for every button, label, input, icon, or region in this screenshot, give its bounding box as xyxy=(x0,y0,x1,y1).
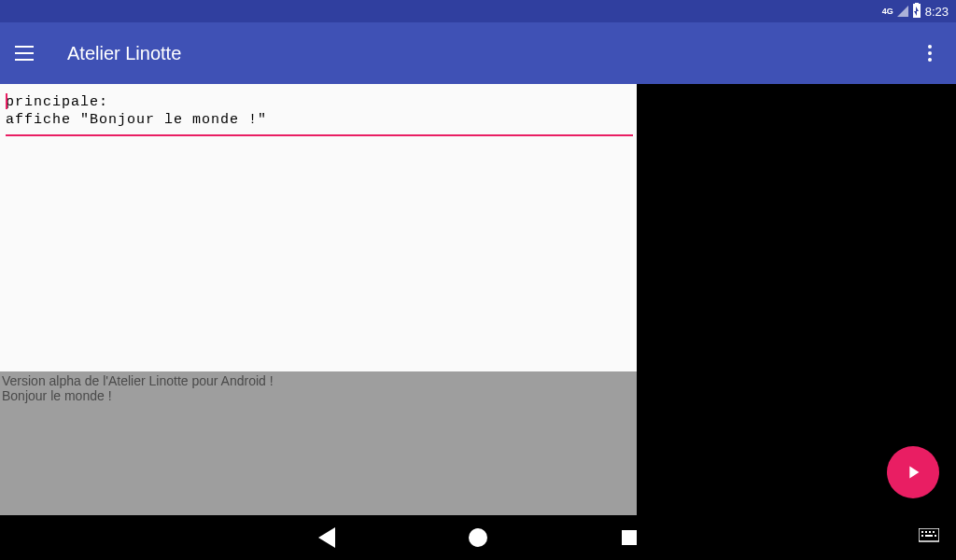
menu-icon[interactable] xyxy=(15,42,37,64)
keyboard-icon xyxy=(919,528,939,543)
svg-rect-2 xyxy=(925,531,927,533)
signal-icon xyxy=(897,6,908,17)
left-pane: principale: affiche "Bonjour le monde !"… xyxy=(0,84,637,515)
text-cursor xyxy=(6,93,7,109)
code-editor[interactable]: principale: affiche "Bonjour le monde !" xyxy=(0,84,637,371)
back-icon xyxy=(318,527,335,548)
app-bar: Atelier Linotte xyxy=(0,22,956,84)
svg-rect-4 xyxy=(933,531,935,533)
code-line-2: affiche "Bonjour le monde !" xyxy=(6,111,631,129)
run-button[interactable] xyxy=(887,446,939,498)
home-button[interactable] xyxy=(468,527,488,548)
home-icon xyxy=(469,528,487,547)
recent-icon xyxy=(622,530,637,545)
editor-underline xyxy=(6,134,633,136)
code-line-1: principale: xyxy=(6,93,631,111)
android-nav-bar xyxy=(0,515,956,560)
svg-rect-7 xyxy=(935,535,936,537)
svg-rect-5 xyxy=(921,535,923,537)
app-title: Atelier Linotte xyxy=(67,43,919,64)
keyboard-button[interactable] xyxy=(919,528,939,547)
status-bar: 4G 8:23 xyxy=(0,0,956,22)
console-line: Version alpha de l'Atelier Linotte pour … xyxy=(2,373,635,388)
content-row: principale: affiche "Bonjour le monde !"… xyxy=(0,84,956,515)
play-icon xyxy=(903,462,923,483)
console-line: Bonjour le monde ! xyxy=(2,388,635,403)
console-output: Version alpha de l'Atelier Linotte pour … xyxy=(0,371,637,515)
overflow-menu-icon[interactable] xyxy=(919,42,941,64)
svg-rect-1 xyxy=(921,531,923,533)
svg-rect-3 xyxy=(929,531,931,533)
battery-charging-icon xyxy=(912,3,921,21)
svg-rect-6 xyxy=(925,535,933,537)
network-4g-label: 4G xyxy=(882,7,893,16)
recent-apps-button[interactable] xyxy=(619,527,640,548)
preview-pane xyxy=(637,84,956,515)
back-button[interactable] xyxy=(316,527,337,548)
status-time: 8:23 xyxy=(925,5,949,19)
